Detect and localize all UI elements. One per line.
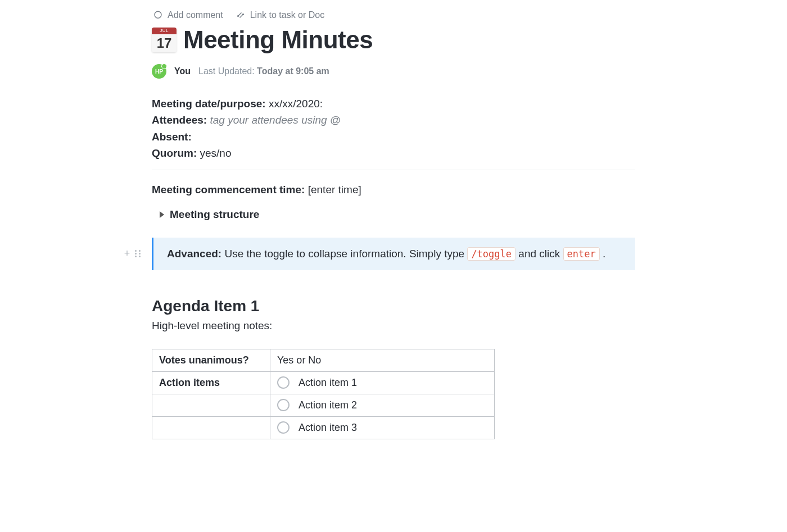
action-item-cell[interactable]: Action item 2	[270, 394, 495, 416]
callout-code-toggle: /toggle	[467, 247, 515, 261]
attendees-label: Attendees:	[152, 114, 207, 126]
empty-cell[interactable]	[152, 394, 270, 416]
radio-icon[interactable]	[277, 399, 290, 411]
empty-cell[interactable]	[152, 416, 270, 439]
last-updated-label: Last Updated:	[198, 66, 255, 76]
callout-code-enter: enter	[563, 247, 600, 261]
quorum-label: Quorum:	[152, 147, 197, 159]
commencement-row[interactable]: Meeting commencement time: [enter time]	[152, 184, 635, 196]
meeting-date-label: Meeting date/purpose:	[152, 98, 266, 110]
meta-you: You	[174, 66, 191, 76]
svg-point-1	[237, 16, 238, 17]
callout-text-1: Use the toggle to collapse information. …	[224, 248, 467, 260]
top-actions-row: Add comment Link to task or Doc	[152, 10, 635, 20]
action-item-cell[interactable]: Action item 1	[270, 371, 495, 394]
info-block[interactable]: Meeting date/purpose: xx/xx/2020: Attend…	[152, 96, 635, 162]
chevron-right-icon	[160, 211, 164, 218]
link-task-button[interactable]: Link to task or Doc	[236, 10, 325, 20]
calendar-month: JUL	[152, 28, 177, 34]
calendar-emoji-icon[interactable]: JUL 17	[152, 28, 177, 52]
action-item-text: Action item 2	[298, 399, 357, 411]
action-items-label-cell[interactable]: Action items	[152, 371, 270, 394]
table-row[interactable]: Action item 3	[152, 416, 495, 439]
radio-icon[interactable]	[277, 421, 290, 434]
drag-handle[interactable]	[135, 250, 142, 258]
block-controls: +	[123, 249, 142, 258]
quorum-value: yes/no	[200, 147, 232, 159]
action-item-text: Action item 1	[298, 377, 357, 389]
attendees-placeholder: tag your attendees using @	[210, 114, 341, 126]
add-comment-label: Add comment	[168, 10, 223, 20]
table-row[interactable]: Votes unanimous? Yes or No	[152, 349, 495, 371]
add-block-button[interactable]: +	[123, 249, 132, 258]
toggle-label: Meeting structure	[170, 208, 259, 221]
action-item-text: Action item 3	[298, 422, 357, 434]
votes-label-cell[interactable]: Votes unanimous?	[152, 349, 270, 371]
link-task-label: Link to task or Doc	[250, 10, 325, 20]
votes-value-cell[interactable]: Yes or No	[270, 349, 495, 371]
comment-icon	[153, 10, 163, 20]
meta-row: HP You Last Updated: Today at 9:05 am	[152, 64, 635, 79]
page-title[interactable]: Meeting Minutes	[183, 26, 373, 54]
avatar[interactable]: HP	[152, 64, 166, 79]
divider	[152, 170, 635, 170]
callout-text-3: .	[603, 248, 605, 260]
toggle-meeting-structure[interactable]: Meeting structure	[160, 208, 635, 221]
callout-text-2: and click	[518, 248, 563, 260]
commencement-label: Meeting commencement time:	[152, 184, 305, 195]
table-row[interactable]: Action item 2	[152, 394, 495, 416]
meeting-date-value: xx/xx/2020:	[269, 98, 323, 110]
svg-point-0	[155, 11, 161, 18]
absent-label: Absent:	[152, 131, 192, 143]
action-item-cell[interactable]: Action item 3	[270, 416, 495, 439]
radio-icon[interactable]	[277, 376, 290, 389]
add-comment-button[interactable]: Add comment	[153, 10, 223, 20]
agenda-title[interactable]: Agenda Item 1	[152, 297, 635, 315]
callout-prefix: Advanced:	[167, 248, 221, 260]
calendar-day: 17	[152, 34, 177, 52]
table-row[interactable]: Action items Action item 1	[152, 371, 495, 394]
commencement-value: [enter time]	[308, 184, 361, 195]
callout-block[interactable]: Advanced: Use the toggle to collapse inf…	[152, 238, 635, 270]
agenda-table[interactable]: Votes unanimous? Yes or No Action items …	[152, 349, 495, 439]
link-icon	[236, 10, 246, 20]
title-row: JUL 17 Meeting Minutes	[152, 26, 635, 54]
last-updated-value: Today at 9:05 am	[257, 66, 329, 76]
svg-point-2	[242, 14, 243, 15]
agenda-subtitle[interactable]: High-level meeting notes:	[152, 320, 635, 332]
